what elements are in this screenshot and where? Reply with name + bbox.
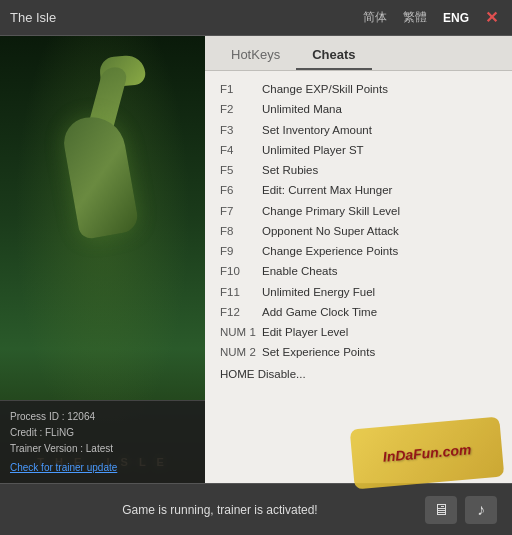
- cheat-item: F2Unlimited Mana: [220, 101, 497, 118]
- cheat-key: F4: [220, 142, 262, 159]
- cheat-description: Add Game Clock Time: [262, 304, 377, 321]
- cheat-item: F12Add Game Clock Time: [220, 304, 497, 321]
- cheat-item: NUM 2Set Experience Points: [220, 344, 497, 361]
- status-text: Game is running, trainer is activated!: [15, 503, 425, 517]
- cheat-item: F8Opponent No Super Attack: [220, 223, 497, 240]
- status-bar: Game is running, trainer is activated! 🖥…: [0, 483, 512, 535]
- cheat-key: F6: [220, 182, 262, 199]
- cheat-description: Change Experience Points: [262, 243, 398, 260]
- cheat-key: F7: [220, 203, 262, 220]
- cheat-description: Unlimited Player ST: [262, 142, 364, 159]
- close-button[interactable]: ✕: [481, 8, 502, 27]
- cheat-key: F9: [220, 243, 262, 260]
- tab-hotkeys[interactable]: HotKeys: [215, 41, 296, 70]
- lang-english[interactable]: ENG: [439, 9, 473, 27]
- cheat-description: Opponent No Super Attack: [262, 223, 399, 240]
- lang-traditional[interactable]: 繁體: [399, 7, 431, 28]
- cheat-item: F11Unlimited Energy Fuel: [220, 284, 497, 301]
- home-disable-line: HOME Disable...: [220, 368, 497, 380]
- cheat-description: Enable Cheats: [262, 263, 337, 280]
- cheat-item: F9Change Experience Points: [220, 243, 497, 260]
- cheat-key: F5: [220, 162, 262, 179]
- cheat-description: Unlimited Mana: [262, 101, 342, 118]
- cheat-key: F10: [220, 263, 262, 280]
- window-title: The Isle: [10, 10, 359, 25]
- process-value: 12064: [67, 411, 95, 422]
- cheat-key: NUM 2: [220, 344, 262, 361]
- cheat-item: F10Enable Cheats: [220, 263, 497, 280]
- cheat-key: F8: [220, 223, 262, 240]
- monitor-icon: 🖥: [433, 501, 449, 519]
- cheat-item: F1Change EXP/Skill Points: [220, 81, 497, 98]
- watermark-line1: InDaFun.com: [382, 441, 472, 465]
- cheat-key: F12: [220, 304, 262, 321]
- right-panel: HotKeys Cheats F1Change EXP/Skill Points…: [205, 36, 512, 483]
- cheat-key: NUM 1: [220, 324, 262, 341]
- dino-body: [60, 112, 140, 241]
- info-panel: Process ID : 12064 Credit : FLiNG Traine…: [0, 400, 205, 483]
- dinosaur-illustration: [30, 56, 170, 256]
- cheat-description: Change EXP/Skill Points: [262, 81, 388, 98]
- trainer-version-line: Trainer Version : Latest: [10, 441, 195, 457]
- cheat-item: F6Edit: Current Max Hunger: [220, 182, 497, 199]
- credit-value: FLiNG: [45, 427, 74, 438]
- cheat-item: NUM 1Edit Player Level: [220, 324, 497, 341]
- language-selector: 简体 繁體 ENG ✕: [359, 7, 502, 28]
- credit-line: Credit : FLiNG: [10, 425, 195, 441]
- process-id-line: Process ID : 12064: [10, 409, 195, 425]
- cheat-description: Change Primary Skill Level: [262, 203, 400, 220]
- cheat-key: F3: [220, 122, 262, 139]
- cheat-key: F11: [220, 284, 262, 301]
- update-link[interactable]: Check for trainer update: [10, 462, 117, 473]
- cheat-key: F2: [220, 101, 262, 118]
- monitor-icon-button[interactable]: 🖥: [425, 496, 457, 524]
- cheat-item: F7Change Primary Skill Level: [220, 203, 497, 220]
- title-bar: The Isle 简体 繁體 ENG ✕: [0, 0, 512, 36]
- left-panel: T H E · I S L E Process ID : 12064 Credi…: [0, 36, 205, 483]
- cheat-description: Edit: Current Max Hunger: [262, 182, 392, 199]
- music-icon-button[interactable]: ♪: [465, 496, 497, 524]
- cheat-description: Edit Player Level: [262, 324, 348, 341]
- watermark-text: InDaFun.com: [382, 441, 472, 465]
- cheat-key: F1: [220, 81, 262, 98]
- main-content: T H E · I S L E Process ID : 12064 Credi…: [0, 36, 512, 483]
- tab-cheats[interactable]: Cheats: [296, 41, 371, 70]
- cheat-description: Unlimited Energy Fuel: [262, 284, 375, 301]
- lang-simplified[interactable]: 简体: [359, 7, 391, 28]
- music-icon: ♪: [477, 501, 485, 519]
- cheat-item: F3Set Inventory Amount: [220, 122, 497, 139]
- status-icons: 🖥 ♪: [425, 496, 497, 524]
- cheat-description: Set Inventory Amount: [262, 122, 372, 139]
- cheat-item: F4Unlimited Player ST: [220, 142, 497, 159]
- tab-bar: HotKeys Cheats: [205, 36, 512, 71]
- credit-label: Credit :: [10, 427, 42, 438]
- cheat-item: F5Set Rubies: [220, 162, 497, 179]
- cheat-description: Set Rubies: [262, 162, 318, 179]
- process-label: Process ID :: [10, 411, 64, 422]
- cheat-description: Set Experience Points: [262, 344, 375, 361]
